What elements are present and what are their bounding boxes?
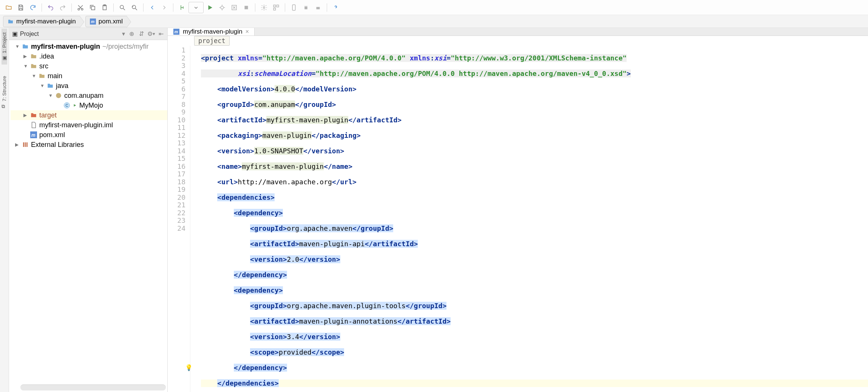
- open-icon[interactable]: [3, 2, 14, 13]
- stop-icon[interactable]: [241, 2, 252, 13]
- svg-point-15: [305, 5, 306, 6]
- fold-gutter[interactable]: [190, 46, 198, 392]
- settings-icon[interactable]: [258, 2, 270, 13]
- folder-icon: [39, 73, 45, 79]
- back-icon[interactable]: [147, 2, 158, 13]
- project-panel-title: Project: [20, 31, 39, 37]
- tree-pom[interactable]: ▶ m pom.xml: [11, 130, 167, 140]
- tree-idea[interactable]: ▶ .idea: [11, 51, 167, 61]
- toolbar-separator: [42, 3, 42, 12]
- toolbar-separator: [173, 3, 173, 12]
- redo-icon[interactable]: [57, 2, 68, 13]
- main-toolbar: [0, 0, 868, 15]
- vtab-project[interactable]: ▣ 1: Project: [2, 29, 7, 65]
- line-gutter: 123 456 789 101112 131415 161718 192021 …: [168, 46, 190, 392]
- svg-rect-11: [277, 5, 279, 7]
- svg-rect-10: [273, 5, 275, 7]
- module-folder-icon: [22, 43, 29, 50]
- svg-rect-14: [304, 6, 307, 9]
- project-icon: ▣: [2, 56, 7, 61]
- copy-icon[interactable]: [87, 2, 98, 13]
- maven-icon: m: [173, 28, 180, 35]
- horizontal-scrollbar[interactable]: [20, 384, 166, 390]
- coverage-icon[interactable]: [229, 2, 240, 13]
- editor-area: m myfirst-maven-plugin × project 123 456…: [168, 28, 868, 392]
- folder-icon: [7, 18, 14, 25]
- dropdown-icon[interactable]: ▾: [122, 30, 125, 37]
- editor-tab-label: myfirst-maven-plugin: [183, 28, 242, 35]
- svg-rect-12: [273, 8, 275, 10]
- svg-rect-24: [23, 142, 24, 147]
- tree-class[interactable]: ▶ C MyMojo: [11, 100, 167, 110]
- run-config-dropdown[interactable]: [188, 2, 204, 13]
- hide-icon[interactable]: ⇤: [158, 31, 164, 37]
- tree-target[interactable]: ▶ target: [11, 110, 167, 120]
- file-icon: [30, 122, 37, 128]
- toolbar-separator: [143, 3, 144, 12]
- svg-point-9: [263, 6, 265, 8]
- project-view-icon: ▣: [12, 30, 18, 37]
- tree-java[interactable]: ▼ java: [11, 81, 167, 91]
- breadcrumb-label: pom.xml: [99, 18, 123, 25]
- svg-rect-13: [292, 5, 295, 10]
- collapse-icon[interactable]: ⇵: [138, 31, 145, 37]
- svg-point-5: [120, 5, 124, 9]
- paste-icon[interactable]: [99, 2, 110, 13]
- save-icon[interactable]: [15, 2, 26, 13]
- folder-icon: [30, 63, 37, 69]
- vtab-structure[interactable]: ⧉ 7: Structure: [2, 72, 7, 113]
- tree-package[interactable]: ▼ com.anupam: [11, 91, 167, 100]
- breadcrumb-project[interactable]: myfirst-maven-plugin: [3, 16, 80, 27]
- close-tab-icon[interactable]: ×: [246, 28, 249, 35]
- cut-icon[interactable]: [75, 2, 86, 13]
- runnable-icon: [73, 102, 77, 109]
- project-panel-header: ▣ Project ▾ ⊕ ⇵ ⚙▾ ⇤: [9, 28, 167, 40]
- refresh-icon[interactable]: [27, 2, 39, 13]
- editor-tabs: m myfirst-maven-plugin ×: [168, 28, 868, 36]
- svg-rect-8: [245, 6, 248, 9]
- tree-iml[interactable]: ▶ myfirst-maven-plugin.iml: [11, 120, 167, 130]
- target-icon[interactable]: ⊕: [128, 31, 135, 37]
- breadcrumb-file[interactable]: m pom.xml: [85, 16, 127, 27]
- structure-icon: ⧉: [2, 103, 7, 109]
- class-icon: C: [63, 102, 70, 109]
- svg-rect-25: [25, 142, 26, 147]
- project-tool-window: ▣ Project ▾ ⊕ ⇵ ⚙▾ ⇤ ▼ myfirst-maven-plu…: [9, 28, 168, 392]
- replace-icon[interactable]: [129, 2, 140, 13]
- tree-root[interactable]: ▼ myfirst-maven-plugin ~/projects/myfir: [11, 42, 167, 51]
- toolbar-separator: [285, 3, 285, 12]
- device-icon[interactable]: [288, 2, 300, 13]
- maven-icon: m: [90, 18, 96, 25]
- undo-icon[interactable]: [45, 2, 56, 13]
- svg-text:m: m: [91, 19, 94, 24]
- android-robot-icon[interactable]: [312, 2, 324, 13]
- tree-src[interactable]: ▼ src: [11, 61, 167, 71]
- build-icon[interactable]: [176, 2, 188, 13]
- package-icon: [55, 92, 62, 99]
- help-icon[interactable]: [330, 2, 341, 13]
- android-icon[interactable]: [300, 2, 312, 13]
- tree-external-libs[interactable]: ▶ External Libraries: [11, 140, 167, 150]
- intention-bulb-icon[interactable]: 💡: [185, 364, 193, 372]
- toolbar-separator: [113, 3, 114, 12]
- breadcrumb-label: myfirst-maven-plugin: [16, 18, 76, 25]
- find-icon[interactable]: [117, 2, 128, 13]
- code-editor[interactable]: 123 456 789 101112 131415 161718 192021 …: [168, 46, 868, 392]
- svg-text:m: m: [31, 133, 36, 138]
- editor-crumb-project[interactable]: project: [194, 36, 230, 46]
- toolbar-separator: [71, 3, 72, 12]
- tool-window-stripe: ▣ 1: Project ⧉ 7: Structure: [0, 28, 9, 392]
- code-content[interactable]: <project xmlns="http://maven.apache.org/…: [198, 46, 868, 392]
- project-tree[interactable]: ▼ myfirst-maven-plugin ~/projects/myfir …: [9, 40, 167, 384]
- svg-rect-2: [91, 6, 95, 10]
- forward-icon[interactable]: [159, 2, 170, 13]
- structure-icon[interactable]: [270, 2, 282, 13]
- debug-icon[interactable]: [216, 2, 228, 13]
- svg-point-7: [221, 6, 224, 9]
- editor-tab[interactable]: m myfirst-maven-plugin ×: [168, 28, 255, 35]
- svg-text:C: C: [65, 103, 68, 108]
- gear-icon[interactable]: ⚙▾: [148, 31, 154, 37]
- run-icon[interactable]: [204, 2, 216, 13]
- tree-main[interactable]: ▼ main: [11, 71, 167, 81]
- svg-point-19: [56, 93, 61, 98]
